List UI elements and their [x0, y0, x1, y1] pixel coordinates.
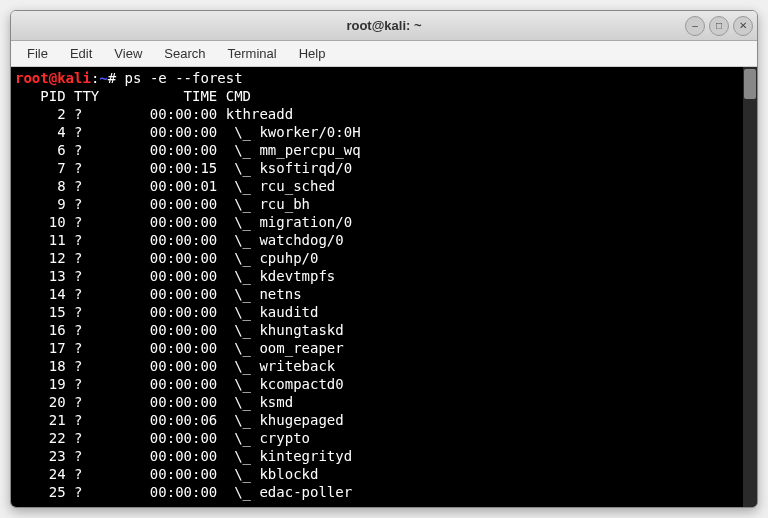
- process-rows: 2 ? 00:00:00 kthreadd 4 ? 00:00:00 \_ kw…: [15, 106, 361, 500]
- minimize-button[interactable]: –: [685, 16, 705, 36]
- prompt-symbol: #: [108, 70, 125, 86]
- menu-view[interactable]: View: [104, 43, 152, 64]
- prompt-user: root: [15, 70, 49, 86]
- command-text: ps -e --forest: [125, 70, 243, 86]
- menu-help[interactable]: Help: [289, 43, 336, 64]
- menu-search[interactable]: Search: [154, 43, 215, 64]
- menu-file[interactable]: File: [17, 43, 58, 64]
- scroll-thumb[interactable]: [744, 69, 756, 99]
- menubar: File Edit View Search Terminal Help: [11, 41, 757, 67]
- terminal-output[interactable]: root@kali:~# ps -e --forest PID TTY TIME…: [11, 67, 757, 507]
- close-button[interactable]: ✕: [733, 16, 753, 36]
- window-title: root@kali: ~: [346, 18, 421, 33]
- terminal-window: root@kali: ~ – □ ✕ File Edit View Search…: [10, 10, 758, 508]
- titlebar: root@kali: ~ – □ ✕: [11, 11, 757, 41]
- menu-terminal[interactable]: Terminal: [218, 43, 287, 64]
- ps-header: PID TTY TIME CMD: [15, 88, 251, 104]
- maximize-button[interactable]: □: [709, 16, 729, 36]
- prompt-path: ~: [99, 70, 107, 86]
- prompt-at: @: [49, 70, 57, 86]
- window-controls: – □ ✕: [685, 16, 753, 36]
- prompt-host: kali: [57, 70, 91, 86]
- menu-edit[interactable]: Edit: [60, 43, 102, 64]
- scrollbar[interactable]: [743, 67, 757, 507]
